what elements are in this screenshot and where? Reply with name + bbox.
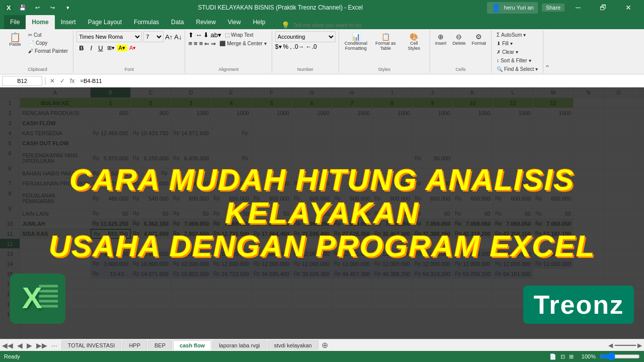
align-right-btn[interactable]: ≡ — [199, 40, 203, 47]
cell-a7[interactable]: BAHAN HABIS PAKAI — [20, 168, 91, 178]
cell-e2[interactable]: 1000 — [211, 108, 252, 118]
cell-f1[interactable]: 5 — [252, 98, 292, 108]
sheet-tab-total-investasi[interactable]: TOTAL INVESTASI — [61, 340, 122, 350]
paste-btn[interactable]: 📋 Paste — [5, 31, 25, 48]
sheet-tab-cash-flow[interactable]: cash flow — [173, 340, 211, 350]
col-header-i[interactable]: I — [372, 87, 413, 98]
tab-review[interactable]: Review — [190, 15, 221, 29]
user-account[interactable]: 👤 heru Yuri an — [487, 2, 538, 14]
font-size-select[interactable]: 7 — [143, 31, 164, 42]
sort-filter-btn[interactable]: ↕ Sort & Filter▾ — [495, 57, 533, 64]
cell-a1[interactable]: BULAN KE — [20, 98, 91, 108]
merge-center-btn[interactable]: ⬛ Merge & Center▾ — [217, 40, 269, 47]
cell-i1[interactable]: 8 — [372, 98, 413, 108]
cell-c1[interactable]: 2 — [131, 98, 171, 108]
ribbon-search[interactable] — [293, 22, 393, 28]
cell-b1[interactable]: 1 — [91, 98, 131, 108]
col-header-d[interactable]: D — [171, 87, 211, 98]
collapse-ribbon-btn[interactable]: ⌃ — [544, 64, 550, 72]
increase-indent-btn[interactable]: ⇒ — [211, 40, 216, 47]
restore-btn[interactable]: 🗗 — [592, 0, 615, 15]
close-btn[interactable]: ✕ — [617, 0, 640, 15]
align-bottom-btn[interactable]: ⬇ — [203, 31, 209, 39]
bold-btn[interactable]: B — [76, 43, 86, 53]
decrease-font-btn[interactable]: A↓ — [174, 33, 182, 41]
format-btn[interactable]: ⚙ Format — [469, 31, 488, 47]
cell-a9[interactable]: PERJALANAN PEMASARAN — [20, 189, 91, 209]
align-top-btn[interactable]: ⬆ — [188, 31, 194, 39]
cell-m2[interactable]: 1000 — [533, 108, 574, 118]
tab-nav-next[interactable]: ▶ — [27, 341, 32, 349]
percent-btn[interactable]: % — [283, 43, 289, 50]
col-header-a[interactable]: A — [20, 87, 91, 98]
view-layout-btn[interactable]: ⊡ — [560, 353, 565, 360]
add-sheet-btn[interactable]: ⊕ — [321, 340, 328, 350]
row-num-11[interactable]: 11 — [0, 229, 20, 239]
sheet-tab-bep[interactable]: BEP — [148, 340, 172, 350]
border-btn[interactable]: ⊞▾ — [107, 45, 115, 51]
cell-j1[interactable]: 9 — [413, 98, 453, 108]
col-header-k[interactable]: K — [453, 87, 493, 98]
redo-qat-btn[interactable]: ↪ — [47, 2, 59, 14]
orientation-btn[interactable]: ab▾ — [210, 31, 221, 39]
tab-nav-prev[interactable]: ◀ — [17, 341, 23, 349]
format-as-table-btn[interactable]: 📋 Format as Table — [372, 31, 399, 52]
cell-a2[interactable]: RENCANA PRODUKSI — [20, 108, 91, 118]
cell-h2[interactable]: 1000 — [332, 108, 372, 118]
format-painter-btn[interactable]: 🖌 Format Painter — [26, 47, 70, 55]
find-select-btn[interactable]: 🔍 Find & Select▾ — [495, 65, 540, 73]
tab-nav-dots[interactable]: ··· — [51, 341, 57, 349]
cell-d1[interactable]: 3 — [171, 98, 211, 108]
col-header-m[interactable]: M — [533, 87, 574, 98]
confirm-formula-btn[interactable]: ✓ — [58, 77, 66, 84]
share-btn[interactable]: Share — [542, 4, 565, 12]
row-num-8[interactable]: 8 — [0, 189, 20, 199]
minimize-btn[interactable]: ─ — [567, 0, 590, 15]
cell-j2[interactable]: 1000 — [413, 108, 453, 118]
increase-font-btn[interactable]: A↑ — [165, 33, 173, 41]
cell-a4[interactable]: KAS TERSEDIA — [20, 128, 91, 138]
cell-a3[interactable]: CASH FLOW — [20, 118, 91, 128]
cell-styles-btn[interactable]: 🎨 Cell Styles — [401, 31, 427, 52]
cell-l1[interactable]: 11 — [493, 98, 533, 108]
cell-o1[interactable] — [604, 98, 634, 108]
cell-g2[interactable]: 1000 — [292, 108, 332, 118]
row-num-14[interactable]: 14 — [0, 259, 20, 269]
cell-a5[interactable]: CASH OUT FLOW — [20, 138, 91, 148]
row-num-13[interactable]: 13 — [0, 249, 20, 259]
col-header-j[interactable]: J — [413, 87, 453, 98]
name-box[interactable] — [2, 76, 42, 86]
decrease-decimal-btn[interactable]: ←.0 — [306, 43, 317, 50]
tab-formulas[interactable]: Formulas — [128, 15, 165, 29]
cell-a8[interactable]: PERJALANAN PRODUKSI — [20, 178, 91, 189]
cell-e1[interactable]: 4 — [211, 98, 252, 108]
cell-b12[interactable]: Rp833.750 — [91, 229, 131, 239]
cell-a10[interactable]: LAIN-LAIN — [20, 209, 91, 219]
col-header-e[interactable]: E — [211, 87, 252, 98]
comma-btn[interactable]: , — [290, 43, 291, 50]
row-num-2[interactable]: 2 — [0, 108, 20, 118]
row-num-1[interactable]: 1 — [0, 98, 20, 108]
cell-d4[interactable]: Rp14.871.600 — [171, 128, 211, 138]
clear-btn[interactable]: ✗ Clear▾ — [495, 48, 520, 56]
cell-k1[interactable]: 10 — [453, 98, 493, 108]
col-header-o[interactable]: O — [604, 87, 634, 98]
cancel-formula-btn[interactable]: ✕ — [48, 77, 56, 84]
tab-page-layout[interactable]: Page Layout — [82, 15, 128, 29]
cell-l2[interactable]: 1000 — [493, 108, 533, 118]
cell-a12[interactable]: SISA KAS — [20, 229, 91, 239]
align-center-btn[interactable]: ≡ — [194, 40, 198, 47]
cell-n1[interactable] — [574, 98, 604, 108]
row-num-7[interactable]: 7 — [0, 178, 20, 189]
cell-d7[interactable] — [171, 168, 211, 178]
col-header-g[interactable]: G — [292, 87, 332, 98]
cell-g1[interactable]: 6 — [292, 98, 332, 108]
insert-function-btn[interactable]: fx — [68, 77, 76, 84]
conditional-formatting-btn[interactable]: 📊 Conditional Formatting — [342, 31, 370, 52]
currency-btn[interactable]: $▾ — [275, 43, 282, 50]
cell-b4[interactable]: Rp12.459.000 — [91, 128, 131, 138]
row-num-6[interactable]: 6 — [0, 148, 20, 158]
save-qat-btn[interactable]: 💾 — [17, 2, 29, 14]
col-header-b[interactable]: B — [91, 87, 131, 98]
row-num-12[interactable]: 12 — [0, 239, 20, 249]
